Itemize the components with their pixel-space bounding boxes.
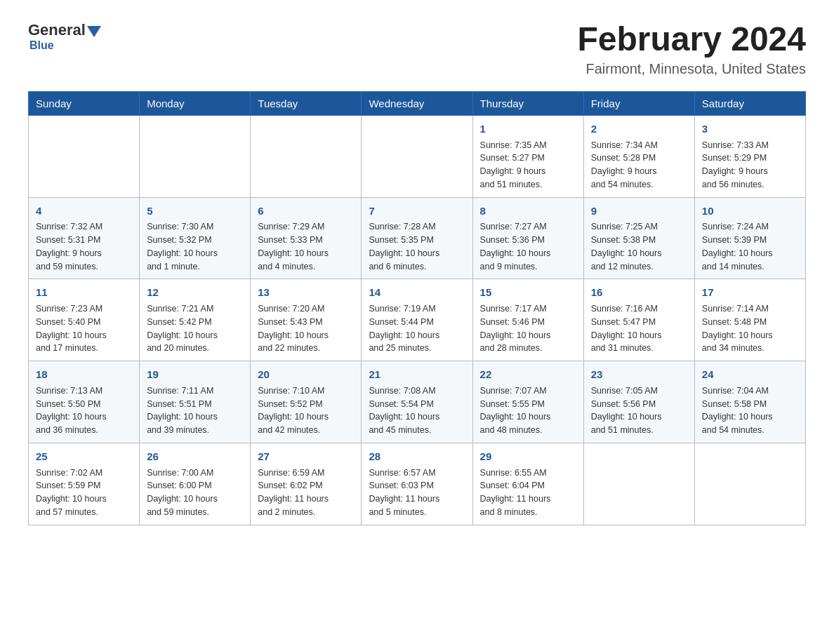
day-info: Sunrise: 7:34 AMSunset: 5:28 PMDaylight:…	[591, 139, 687, 192]
day-number: 6	[258, 203, 354, 219]
day-number: 3	[702, 121, 798, 137]
day-number: 24	[702, 367, 798, 382]
day-number: 14	[369, 285, 465, 300]
calendar-week-row: 11Sunrise: 7:23 AMSunset: 5:40 PMDayligh…	[29, 279, 806, 361]
day-number: 29	[480, 449, 576, 464]
day-number: 27	[258, 449, 354, 464]
calendar-cell: 10Sunrise: 7:24 AMSunset: 5:39 PMDayligh…	[694, 197, 805, 279]
day-info: Sunrise: 7:20 AMSunset: 5:43 PMDaylight:…	[258, 302, 354, 355]
day-number: 22	[480, 367, 576, 382]
calendar-cell	[251, 115, 362, 197]
column-header-saturday: Saturday	[694, 91, 805, 115]
day-info: Sunrise: 7:19 AMSunset: 5:44 PMDaylight:…	[369, 302, 465, 355]
day-info: Sunrise: 7:04 AMSunset: 5:58 PMDaylight:…	[702, 384, 798, 437]
day-info: Sunrise: 7:11 AMSunset: 5:51 PMDaylight:…	[147, 384, 243, 437]
calendar-cell: 1Sunrise: 7:35 AMSunset: 5:27 PMDaylight…	[472, 115, 583, 197]
day-number: 23	[591, 367, 687, 382]
day-info: Sunrise: 7:16 AMSunset: 5:47 PMDaylight:…	[591, 302, 687, 355]
day-info: Sunrise: 7:13 AMSunset: 5:50 PMDaylight:…	[36, 384, 132, 437]
column-header-wednesday: Wednesday	[362, 91, 472, 115]
calendar-week-row: 25Sunrise: 7:02 AMSunset: 5:59 PMDayligh…	[29, 443, 806, 525]
day-info: Sunrise: 7:17 AMSunset: 5:46 PMDaylight:…	[480, 302, 576, 355]
calendar-header-row: SundayMondayTuesdayWednesdayThursdayFrid…	[29, 91, 806, 115]
calendar-cell: 28Sunrise: 6:57 AMSunset: 6:03 PMDayligh…	[362, 443, 472, 525]
day-info: Sunrise: 7:27 AMSunset: 5:36 PMDaylight:…	[480, 220, 576, 273]
calendar-cell: 24Sunrise: 7:04 AMSunset: 5:58 PMDayligh…	[694, 361, 805, 443]
calendar-cell	[29, 115, 140, 197]
calendar-cell: 22Sunrise: 7:07 AMSunset: 5:55 PMDayligh…	[472, 361, 583, 443]
calendar-week-row: 4Sunrise: 7:32 AMSunset: 5:31 PMDaylight…	[29, 197, 806, 279]
day-info: Sunrise: 7:28 AMSunset: 5:35 PMDaylight:…	[369, 220, 465, 273]
calendar-cell	[583, 443, 694, 525]
day-info: Sunrise: 7:02 AMSunset: 5:59 PMDaylight:…	[36, 467, 132, 519]
calendar-cell: 16Sunrise: 7:16 AMSunset: 5:47 PMDayligh…	[583, 279, 694, 361]
day-number: 11	[36, 285, 132, 300]
day-number: 5	[147, 203, 243, 219]
day-number: 1	[480, 121, 576, 137]
day-number: 19	[147, 367, 243, 382]
day-info: Sunrise: 7:33 AMSunset: 5:29 PMDaylight:…	[702, 139, 798, 192]
calendar-cell: 19Sunrise: 7:11 AMSunset: 5:51 PMDayligh…	[140, 361, 251, 443]
day-number: 8	[480, 203, 576, 219]
day-info: Sunrise: 7:35 AMSunset: 5:27 PMDaylight:…	[480, 139, 576, 192]
day-info: Sunrise: 7:07 AMSunset: 5:55 PMDaylight:…	[480, 384, 576, 437]
day-info: Sunrise: 7:05 AMSunset: 5:56 PMDaylight:…	[591, 384, 687, 437]
day-number: 21	[369, 367, 465, 382]
day-info: Sunrise: 7:10 AMSunset: 5:52 PMDaylight:…	[258, 384, 354, 437]
calendar-cell: 18Sunrise: 7:13 AMSunset: 5:50 PMDayligh…	[29, 361, 140, 443]
calendar-cell: 2Sunrise: 7:34 AMSunset: 5:28 PMDaylight…	[583, 115, 694, 197]
calendar-cell	[694, 443, 805, 525]
day-info: Sunrise: 7:29 AMSunset: 5:33 PMDaylight:…	[258, 220, 354, 273]
calendar-cell: 12Sunrise: 7:21 AMSunset: 5:42 PMDayligh…	[140, 279, 251, 361]
calendar-cell: 17Sunrise: 7:14 AMSunset: 5:48 PMDayligh…	[694, 279, 805, 361]
calendar-cell: 13Sunrise: 7:20 AMSunset: 5:43 PMDayligh…	[251, 279, 362, 361]
day-info: Sunrise: 7:24 AMSunset: 5:39 PMDaylight:…	[702, 220, 798, 273]
calendar-cell: 5Sunrise: 7:30 AMSunset: 5:32 PMDaylight…	[140, 197, 251, 279]
calendar-cell: 4Sunrise: 7:32 AMSunset: 5:31 PMDaylight…	[29, 197, 140, 279]
calendar-cell: 21Sunrise: 7:08 AMSunset: 5:54 PMDayligh…	[362, 361, 472, 443]
day-info: Sunrise: 7:14 AMSunset: 5:48 PMDaylight:…	[702, 302, 798, 355]
column-header-friday: Friday	[583, 91, 694, 115]
day-info: Sunrise: 7:08 AMSunset: 5:54 PMDaylight:…	[369, 384, 465, 437]
month-title: February 2024	[577, 21, 806, 58]
day-number: 7	[369, 203, 465, 219]
day-info: Sunrise: 7:21 AMSunset: 5:42 PMDaylight:…	[147, 302, 243, 355]
day-number: 17	[702, 285, 798, 300]
calendar-cell: 20Sunrise: 7:10 AMSunset: 5:52 PMDayligh…	[251, 361, 362, 443]
calendar-cell: 23Sunrise: 7:05 AMSunset: 5:56 PMDayligh…	[583, 361, 694, 443]
day-info: Sunrise: 7:25 AMSunset: 5:38 PMDaylight:…	[591, 220, 687, 273]
day-info: Sunrise: 7:00 AMSunset: 6:00 PMDaylight:…	[147, 467, 243, 519]
day-info: Sunrise: 6:59 AMSunset: 6:02 PMDaylight:…	[258, 467, 354, 519]
day-number: 26	[147, 449, 243, 464]
page-header: General Blue February 2024 Fairmont, Min…	[28, 21, 806, 77]
calendar-cell: 3Sunrise: 7:33 AMSunset: 5:29 PMDaylight…	[694, 115, 805, 197]
calendar-cell	[362, 115, 472, 197]
day-info: Sunrise: 6:57 AMSunset: 6:03 PMDaylight:…	[369, 467, 465, 519]
column-header-thursday: Thursday	[472, 91, 583, 115]
day-info: Sunrise: 7:23 AMSunset: 5:40 PMDaylight:…	[36, 302, 132, 355]
calendar-cell: 25Sunrise: 7:02 AMSunset: 5:59 PMDayligh…	[29, 443, 140, 525]
day-number: 28	[369, 449, 465, 464]
calendar-cell: 15Sunrise: 7:17 AMSunset: 5:46 PMDayligh…	[472, 279, 583, 361]
day-number: 12	[147, 285, 243, 300]
location-text: Fairmont, Minnesota, United States	[577, 61, 806, 77]
day-number: 15	[480, 285, 576, 300]
calendar-cell: 29Sunrise: 6:55 AMSunset: 6:04 PMDayligh…	[472, 443, 583, 525]
calendar-cell	[140, 115, 251, 197]
calendar-cell: 7Sunrise: 7:28 AMSunset: 5:35 PMDaylight…	[362, 197, 472, 279]
calendar-week-row: 1Sunrise: 7:35 AMSunset: 5:27 PMDaylight…	[29, 115, 806, 197]
logo-arrow-icon	[87, 26, 101, 37]
calendar-cell: 14Sunrise: 7:19 AMSunset: 5:44 PMDayligh…	[362, 279, 472, 361]
day-number: 4	[36, 203, 132, 219]
day-number: 20	[258, 367, 354, 382]
day-info: Sunrise: 7:30 AMSunset: 5:32 PMDaylight:…	[147, 220, 243, 273]
calendar-cell: 8Sunrise: 7:27 AMSunset: 5:36 PMDaylight…	[472, 197, 583, 279]
title-section: February 2024 Fairmont, Minnesota, Unite…	[577, 21, 806, 77]
logo: General Blue	[28, 21, 102, 52]
calendar-cell: 27Sunrise: 6:59 AMSunset: 6:02 PMDayligh…	[251, 443, 362, 525]
day-number: 13	[258, 285, 354, 300]
calendar-cell: 9Sunrise: 7:25 AMSunset: 5:38 PMDaylight…	[583, 197, 694, 279]
calendar-cell: 11Sunrise: 7:23 AMSunset: 5:40 PMDayligh…	[29, 279, 140, 361]
day-info: Sunrise: 6:55 AMSunset: 6:04 PMDaylight:…	[480, 467, 576, 519]
day-number: 25	[36, 449, 132, 464]
